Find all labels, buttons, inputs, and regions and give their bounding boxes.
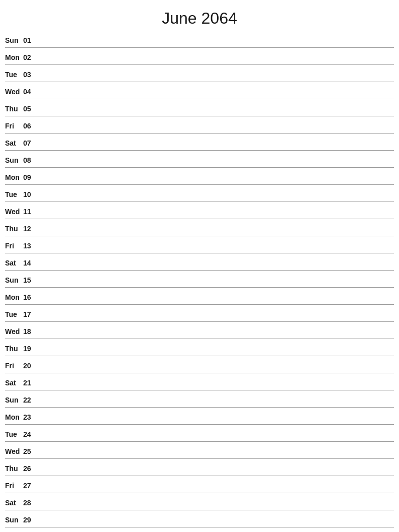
day-number: 25 [23, 447, 37, 456]
day-number: 06 [23, 122, 37, 131]
day-row: Wed25 [5, 444, 394, 459]
day-number: 23 [23, 413, 37, 422]
day-row: Sun29 [5, 512, 394, 527]
day-number: 09 [23, 173, 37, 182]
day-name: Sun [5, 276, 23, 285]
day-number: 26 [23, 464, 37, 474]
day-name: Sat [5, 139, 23, 148]
day-name: Mon [5, 413, 23, 422]
day-name: Thu [5, 105, 23, 114]
day-name: Wed [5, 447, 23, 456]
day-number: 12 [23, 225, 37, 234]
day-row: Wed04 [5, 84, 394, 99]
day-row: Mon02 [5, 50, 394, 65]
day-number: 24 [23, 430, 37, 439]
day-row: Tue24 [5, 427, 394, 442]
day-number: 14 [23, 259, 37, 268]
day-row: Mon16 [5, 290, 394, 305]
day-number: 07 [23, 139, 37, 148]
day-number: 28 [23, 499, 37, 508]
day-row: Thu19 [5, 341, 394, 356]
day-number: 08 [23, 156, 37, 165]
day-row: Mon30 [5, 529, 394, 532]
day-number: 02 [23, 53, 37, 62]
day-name: Thu [5, 345, 23, 354]
day-number: 13 [23, 242, 37, 251]
day-row: Sun01 [5, 33, 394, 48]
day-number: 01 [23, 36, 37, 45]
day-number: 22 [23, 396, 37, 405]
day-name: Wed [5, 327, 23, 337]
day-name: Tue [5, 310, 23, 319]
day-name: Fri [5, 482, 23, 491]
day-name: Sun [5, 516, 23, 525]
day-name: Tue [5, 430, 23, 439]
day-row: Tue10 [5, 187, 394, 202]
day-name: Fri [5, 242, 23, 251]
day-row: Thu26 [5, 461, 394, 476]
day-name: Thu [5, 225, 23, 234]
day-number: 04 [23, 88, 37, 97]
day-number: 11 [23, 208, 37, 217]
day-row: Tue03 [5, 67, 394, 82]
day-row: Fri27 [5, 478, 394, 493]
day-name: Sat [5, 259, 23, 268]
day-row: Sun08 [5, 153, 394, 168]
day-row: Thu12 [5, 221, 394, 236]
day-row: Tue17 [5, 307, 394, 322]
day-row: Sat21 [5, 375, 394, 390]
day-row: Fri13 [5, 238, 394, 253]
day-row: Sat28 [5, 495, 394, 510]
day-row: Sat14 [5, 255, 394, 271]
day-name: Mon [5, 173, 23, 182]
calendar-list: Sun01Mon02Tue03Wed04Thu05Fri06Sat07Sun08… [0, 33, 399, 532]
day-row: Sun15 [5, 273, 394, 288]
day-name: Wed [5, 88, 23, 97]
day-name: Fri [5, 122, 23, 131]
day-number: 17 [23, 310, 37, 319]
day-name: Sat [5, 379, 23, 388]
day-name: Sun [5, 396, 23, 405]
day-row: Fri20 [5, 358, 394, 373]
page-title: June 2064 [0, 0, 399, 33]
day-number: 27 [23, 482, 37, 491]
day-name: Mon [5, 53, 23, 62]
day-name: Sun [5, 156, 23, 165]
day-number: 19 [23, 345, 37, 354]
day-name: Tue [5, 190, 23, 200]
day-row: Wed11 [5, 204, 394, 219]
day-number: 16 [23, 293, 37, 302]
day-name: Sat [5, 499, 23, 508]
day-name: Wed [5, 208, 23, 217]
day-row: Mon23 [5, 410, 394, 425]
day-number: 29 [23, 516, 37, 525]
day-name: Fri [5, 362, 23, 371]
day-number: 18 [23, 327, 37, 337]
day-number: 20 [23, 362, 37, 371]
day-name: Sun [5, 36, 23, 45]
day-number: 03 [23, 71, 37, 80]
day-name: Tue [5, 71, 23, 80]
day-name: Mon [5, 293, 23, 302]
day-number: 10 [23, 190, 37, 200]
day-row: Thu05 [5, 101, 394, 116]
day-row: Mon09 [5, 170, 394, 185]
day-row: Sun22 [5, 392, 394, 408]
day-number: 21 [23, 379, 37, 388]
day-number: 15 [23, 276, 37, 285]
day-row: Sat07 [5, 136, 394, 151]
day-row: Wed18 [5, 324, 394, 339]
day-number: 05 [23, 105, 37, 114]
day-row: Fri06 [5, 118, 394, 134]
day-name: Thu [5, 464, 23, 474]
